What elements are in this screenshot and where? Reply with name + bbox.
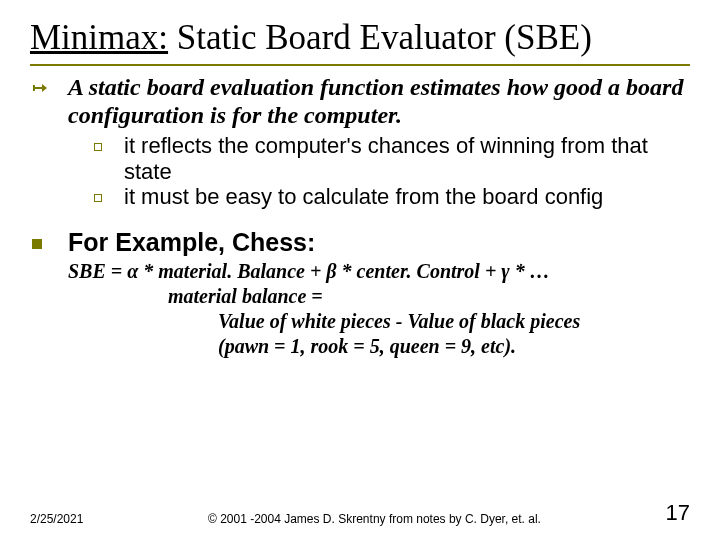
sub2-text: it must be easy to calculate from the bo… [124, 184, 690, 209]
formula-line4: (pawn = 1, rook = 5, queen = 9, etc). [68, 334, 690, 359]
footer-date: 2/25/2021 [30, 512, 83, 526]
square-outline-icon [94, 133, 124, 155]
square-outline-icon [94, 184, 124, 206]
point1-text: A static board evaluation function estim… [68, 74, 690, 129]
square-solid-icon [32, 227, 68, 253]
formula-block: SBE = α * material. Balance + β * center… [68, 259, 690, 359]
footer-copyright: © 2001 -2004 James D. Skrentny from note… [83, 512, 665, 526]
formula-line2: material balance = [68, 284, 690, 309]
formula-line3: Value of white pieces - Value of black p… [68, 309, 690, 334]
title-divider [30, 64, 690, 66]
sublist: it reflects the computer's chances of wi… [94, 133, 690, 209]
title-underlined: Minimax: [30, 18, 168, 57]
title-rest: Static Board Evaluator (SBE) [168, 18, 592, 57]
slide-title: Minimax: Static Board Evaluator (SBE) [30, 18, 690, 62]
formula-line1: SBE = α * material. Balance + β * center… [68, 260, 550, 282]
bullet-item-2: For Example, Chess: [32, 227, 690, 257]
footer-page-number: 17 [666, 500, 690, 526]
svg-rect-0 [33, 85, 35, 91]
bullet-item-1: A static board evaluation function estim… [32, 74, 690, 129]
slide-content: A static board evaluation function estim… [30, 74, 690, 359]
hand-bullet-icon [32, 74, 68, 100]
sub-item-2: it must be easy to calculate from the bo… [94, 184, 690, 209]
point2-text: For Example, Chess: [68, 227, 690, 257]
sub1-text: it reflects the computer's chances of wi… [124, 133, 690, 184]
sub-item-1: it reflects the computer's chances of wi… [94, 133, 690, 184]
footer: 2/25/2021 © 2001 -2004 James D. Skrentny… [30, 500, 690, 526]
